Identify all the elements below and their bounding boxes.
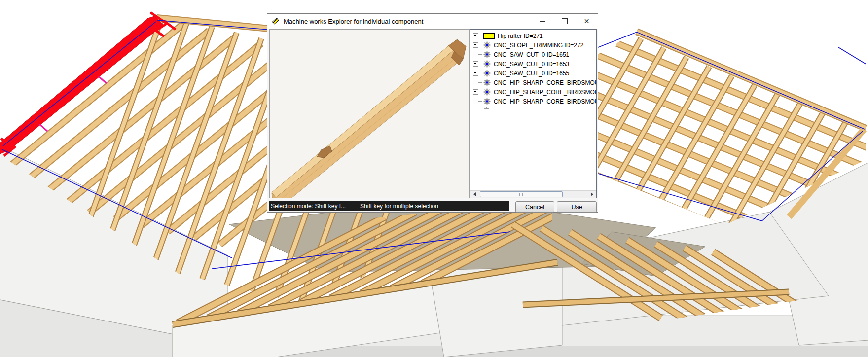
- expand-plus-icon[interactable]: [473, 80, 478, 85]
- gear-icon: [483, 98, 491, 105]
- tree-horizontal-scrollbar[interactable]: [470, 190, 596, 198]
- expand-plus-icon[interactable]: [473, 61, 478, 67]
- tree-item-label: CNC_SAW_CUT_0 ID=1651: [494, 51, 569, 58]
- tree-item[interactable]: CNC_HIP_SHARP_CORE_BIRDSMOUTH: [470, 78, 596, 87]
- component-preview-panel[interactable]: [269, 29, 470, 198]
- hip-rafter-icon: [483, 33, 495, 39]
- expand-plus-icon[interactable]: [473, 99, 478, 104]
- scroll-left-button[interactable]: [470, 191, 478, 198]
- tree-connector: [478, 64, 482, 64]
- close-icon: ✕: [584, 18, 590, 25]
- gear-icon: [483, 79, 491, 86]
- use-button[interactable]: Use: [557, 201, 597, 213]
- close-button[interactable]: ✕: [576, 14, 598, 29]
- tree-item-label: CNC_HIP_SHARP_CORE_BIRDSMOUTH: [494, 89, 597, 96]
- minimize-button[interactable]: [531, 14, 553, 29]
- tree-item-label: CNC_SAW_CUT_0 ID=1653: [494, 61, 569, 68]
- gear-icon: [483, 41, 491, 49]
- expand-plus-icon[interactable]: [473, 33, 478, 38]
- gear-icon: [483, 51, 491, 58]
- scroll-right-icon: [591, 192, 595, 196]
- gear-icon: [483, 60, 491, 68]
- dialog-title: Machine works Explorer for individual co…: [284, 18, 423, 25]
- hip-rafter-preview: [270, 30, 469, 198]
- machine-works-explorer-dialog: Machine works Explorer for individual co…: [267, 13, 598, 213]
- tree-item-label: CNC_HIP_SHARP_CORE_BIRDSMOUTH: [494, 79, 597, 86]
- operations-tree[interactable]: Hip rafter ID=271 CNC_SLOPE_TRIMMING ID=…: [470, 29, 597, 198]
- dialog-titlebar[interactable]: Machine works Explorer for individual co…: [267, 14, 598, 29]
- tree-item[interactable]: CNC_SAW_CUT_0 ID=1651: [470, 50, 596, 59]
- tree-item[interactable]: CNC_HIP_SHARP_CORE_BIRDSMOUTH: [470, 87, 596, 97]
- partial-gear-icon: [483, 107, 490, 109]
- tree-item[interactable]: Hip rafter ID=271: [470, 31, 596, 40]
- status-bar: Selection mode: Shift key f... Shift key…: [269, 201, 509, 211]
- expand-plus-icon[interactable]: [473, 71, 478, 76]
- tree-item[interactable]: CNC_HIP_SHARP_CORE_BIRDSMOUTH: [470, 97, 596, 106]
- tree-rows: Hip rafter ID=271 CNC_SLOPE_TRIMMING ID=…: [470, 31, 596, 106]
- minimize-icon: [540, 21, 545, 22]
- tree-connector: [478, 101, 482, 102]
- tree-item-label: CNC_HIP_SHARP_CORE_BIRDSMOUTH: [494, 98, 597, 105]
- scrollbar-thumb[interactable]: [480, 191, 563, 197]
- expand-plus-icon[interactable]: [473, 42, 478, 48]
- expand-plus-icon[interactable]: [473, 89, 478, 95]
- tree-connector: [478, 73, 482, 73]
- status-selection-mode: Selection mode: Shift key f...: [269, 203, 346, 210]
- tree-item[interactable]: CNC_SAW_CUT_0 ID=1655: [470, 69, 596, 78]
- gear-icon: [483, 70, 491, 77]
- tree-connector: [478, 45, 482, 45]
- tree-item[interactable]: CNC_SLOPE_TRIMMING ID=272: [470, 40, 596, 50]
- tree-connector: [478, 92, 482, 92]
- expand-plus-icon[interactable]: [473, 52, 478, 57]
- scroll-left-icon: [471, 192, 476, 196]
- tree-connector: [478, 36, 482, 36]
- tree-item-label: CNC_SAW_CUT_0 ID=1655: [494, 70, 569, 77]
- tree-connector: [478, 82, 482, 83]
- scroll-right-button[interactable]: [589, 191, 596, 198]
- tree-item-label: CNC_SLOPE_TRIMMING ID=272: [494, 42, 583, 49]
- tree-connector: [478, 54, 482, 55]
- maximize-icon: [562, 18, 568, 24]
- tree-item-label: Hip rafter ID=271: [498, 33, 543, 39]
- gear-icon: [483, 88, 491, 96]
- status-hint: Shift key for multiple selection: [360, 203, 438, 210]
- cancel-button[interactable]: Cancel: [515, 201, 554, 213]
- beam-3d-icon: [272, 17, 280, 26]
- tree-item[interactable]: CNC_SAW_CUT_0 ID=1653: [470, 59, 596, 69]
- maximize-button[interactable]: [553, 14, 576, 29]
